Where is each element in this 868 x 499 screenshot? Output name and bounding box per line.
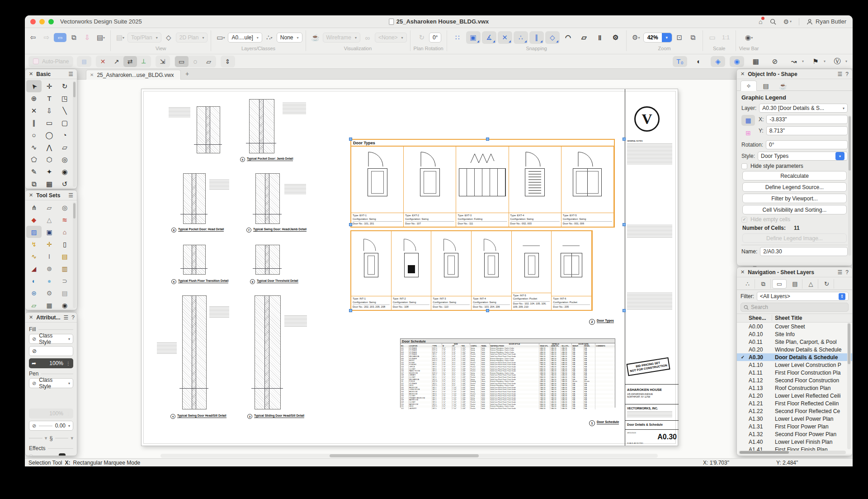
selection-handle[interactable] (349, 309, 352, 312)
palette-menu-icon[interactable]: ☰ (64, 314, 69, 321)
drawing-canvas[interactable]: 5 Typical Pocket Door: Jamb Detail 8 Typ… (25, 80, 853, 458)
cable-toolset[interactable]: ∿ (26, 250, 42, 262)
shadow-settings-button[interactable]: ➦ (59, 453, 66, 456)
rotation-field[interactable]: 0° (766, 140, 848, 149)
ruler-toolset[interactable]: ▤ (57, 250, 72, 262)
sheet-layer-row[interactable]: A1.32 Second Floor Power Plan (737, 430, 852, 438)
working-plane-axes-mode[interactable]: ⟂ (137, 56, 151, 67)
gis-toolset[interactable]: ◐ (26, 275, 42, 287)
spring-toolset[interactable]: ≋ (57, 214, 72, 226)
legend-callout[interactable]: 2 Door Types (589, 319, 614, 325)
shadow-checkbox[interactable] (29, 455, 33, 456)
detail-sketch[interactable] (255, 245, 280, 275)
building-toolset[interactable]: ⌂ (57, 226, 72, 238)
visibility-tool[interactable]: ◉ (57, 166, 72, 178)
electrical-toolset[interactable]: ↯ (26, 238, 42, 250)
snap-grid[interactable]: ∷ (450, 31, 465, 44)
door-type-cell[interactable]: Type: EXT-3 Configuration: Folding Door … (456, 147, 509, 227)
tab-sheet-layers[interactable]: ▭ (772, 279, 787, 289)
palette-scrollbar[interactable] (73, 81, 76, 187)
define-legend-image-button[interactable]: Define Legend Image... (742, 233, 847, 243)
snap-smart-point[interactable]: ∴ (514, 31, 528, 44)
interactive-scaling-mode[interactable]: ⇕ (221, 56, 235, 67)
snap-curve[interactable]: ◠ (561, 31, 576, 44)
multiple-object-interactive-mode[interactable]: ⇄ (123, 56, 137, 67)
detail-sketch[interactable] (197, 106, 220, 153)
snap-angle[interactable]: ∡ (482, 31, 496, 44)
camera-toolset[interactable]: ◉ (57, 299, 72, 310)
panel-toolset[interactable]: ▦ (42, 299, 57, 310)
snap-intersection[interactable]: ✕ (498, 31, 512, 44)
door-type-cell[interactable]: Type: INT-4 Configuration: Swing Door No… (472, 231, 512, 310)
search-icon[interactable] (770, 19, 776, 25)
render-style-icon[interactable]: ∞ (361, 32, 374, 43)
settings-gear-icon[interactable]: ⚙▾ (783, 18, 792, 25)
zoom-level-combo[interactable]: 42% ▾ (643, 33, 672, 43)
stacked-layers-button[interactable]: ⧉ (67, 32, 80, 43)
inspect-toolset[interactable]: ◎ (57, 201, 72, 214)
image-effects-button[interactable]: ▦ (749, 56, 763, 67)
polygon-tool[interactable]: ▱ (57, 141, 72, 153)
fitting-toolset[interactable]: ✛ (42, 238, 57, 250)
flag-display-menu[interactable]: ⚑ (808, 56, 823, 67)
eyedropper-tool[interactable]: ✎ (26, 166, 42, 178)
object-name-field[interactable]: 2/A0.30 (760, 247, 848, 256)
plan-rotation-field[interactable]: 0° (429, 33, 441, 43)
tab-shape[interactable]: ⟡ (741, 81, 757, 91)
drop-3d-tool[interactable]: ⇩ (42, 105, 57, 117)
navigation-horizontal-scrollbar[interactable] (739, 451, 846, 454)
snap-working-plane[interactable]: ▱ (577, 31, 591, 44)
user-account[interactable]: Ryan Butler (807, 18, 846, 25)
layer-dropdown[interactable]: A0.30 [Door Details & S...▾ (759, 104, 848, 113)
door-type-cell[interactable]: Type: INT-1 Configuration: Swing Door No… (351, 231, 392, 310)
detail-sketch[interactable] (183, 245, 206, 275)
solids-toolset[interactable]: ◆ (26, 214, 42, 226)
document-options-menu[interactable]: ▤▾ (94, 32, 107, 43)
close-window-button[interactable] (30, 19, 36, 24)
tab-viewports[interactable]: ▤ (788, 279, 802, 289)
snapping-pause[interactable]: ‖ (593, 31, 607, 44)
pipe-toolset[interactable]: ⊃ (57, 275, 72, 287)
line-weight-dropdown[interactable]: ⊘0.00▾ (29, 421, 73, 431)
palette-scrollbar[interactable] (848, 115, 851, 256)
door-toolset[interactable]: ▯ (57, 238, 72, 250)
regular-polygon-tool[interactable]: ⬡ (42, 153, 57, 166)
palette-menu-icon[interactable]: ☰ (838, 71, 843, 77)
snap-object[interactable]: ▣ (466, 31, 481, 44)
crate-toolset[interactable]: ▥ (57, 262, 72, 275)
clip-tool[interactable]: ⧉ (26, 178, 42, 189)
detail-sketch[interactable] (182, 295, 207, 409)
detail-sketch[interactable] (255, 295, 281, 409)
rectangle-tool[interactable]: ▭ (42, 117, 57, 129)
document-tab[interactable]: ✕ 25_Asharoken...use_BLDG.vwx (86, 70, 181, 80)
selection-handle[interactable] (486, 309, 489, 312)
fill-style-dropdown[interactable]: ⊘Class Style▾ (29, 334, 73, 344)
zoom-window-button[interactable] (48, 19, 54, 24)
palette-menu-icon[interactable]: ☰ (838, 269, 843, 276)
reshape-tool[interactable]: ▦ (42, 178, 57, 189)
view-dropdown[interactable]: Top/Plan▾ (127, 33, 161, 43)
tab-render[interactable]: ☕ (775, 81, 791, 91)
irrigation-toolset[interactable]: ● (42, 275, 57, 287)
cone-toolset[interactable]: △ (42, 214, 57, 226)
x-coordinate-field[interactable]: -3.833" (766, 115, 848, 124)
selection-handle[interactable] (623, 309, 626, 312)
render-mode-dropdown[interactable]: Wireframe▾ (323, 33, 360, 43)
close-palette-icon[interactable]: ✕ (29, 192, 33, 198)
double-line-tool[interactable]: ∥ (26, 117, 42, 129)
close-palette-icon[interactable]: ✕ (741, 71, 745, 77)
plane-mode-button[interactable]: ▤ (77, 56, 91, 67)
tab-references[interactable]: ↻ (820, 279, 834, 289)
machine-toolset[interactable]: ⚙ (42, 287, 57, 299)
close-palette-icon[interactable]: ✕ (741, 269, 745, 275)
sheet-layer-row[interactable]: A1.12 Second Floor Construction (737, 376, 852, 384)
fill-opacity-bar[interactable]: ➦100%⋮ (29, 358, 73, 368)
tab-data[interactable]: ▤ (758, 81, 774, 91)
snap-tangent[interactable]: ◇ (545, 31, 560, 44)
polyline-tool[interactable]: ⋀ (42, 141, 57, 153)
door-schedule-table[interactable]: Door Schedule SIZE DOOR STYLE DETAILS DO… (400, 338, 615, 408)
presentation-button[interactable]: ▭ (54, 33, 66, 42)
tab-design-layers[interactable]: ⧉ (756, 279, 771, 289)
search-input[interactable]: Search (741, 303, 849, 312)
rectangular-marquee-mode[interactable]: ▭ (175, 56, 189, 67)
